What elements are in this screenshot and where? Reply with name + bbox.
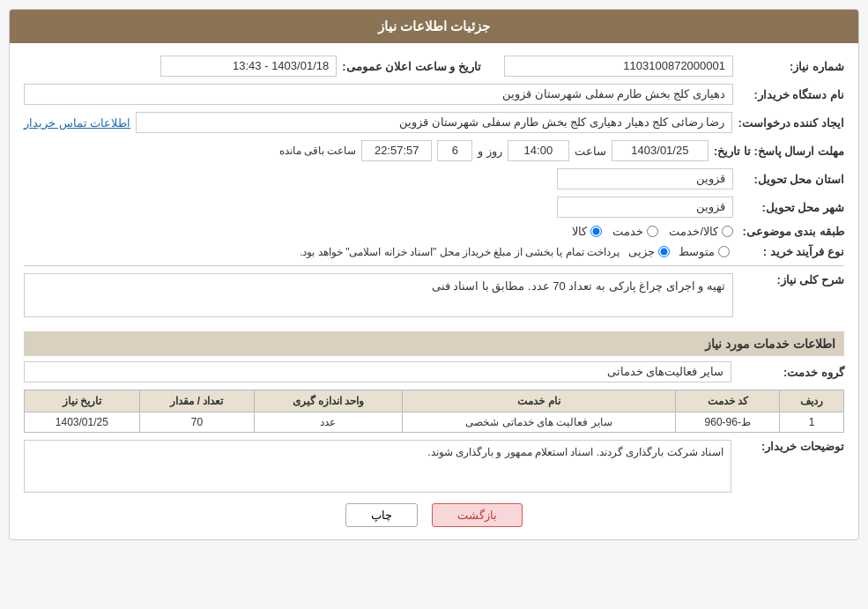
description-section-label: شرح کلی نیاز: <box>738 273 844 286</box>
process-note: پرداخت تمام یا بخشی از مبلغ خریداز محل "… <box>300 246 619 258</box>
category-label: طبقه بندی موضوعی: <box>738 225 844 238</box>
requester-value: رضا رضائی کلج دهیار دهیاری کلج بخش طارم … <box>136 112 732 133</box>
requester-label: ایجاد کننده درخواست: <box>738 116 844 130</box>
service-group-label: گروه خدمت: <box>738 366 844 379</box>
process-motavaset-option[interactable]: متوسط <box>679 245 730 258</box>
col-code: کد خدمت <box>676 390 780 412</box>
deadline-date: 1403/01/25 <box>612 140 708 161</box>
category-khadamat-option[interactable]: خدمت <box>612 225 658 238</box>
process-jozvi-label: جزیی <box>628 245 655 258</box>
announce-value: 1403/01/18 - 13:43 <box>160 56 337 77</box>
deadline-remaining: 22:57:57 <box>361 140 432 161</box>
deadline-days-label: روز و <box>478 145 502 158</box>
buyer-notes-value: اسناد شرکت بارگذاری گردند. اسناد استعلام… <box>24 440 731 493</box>
buyer-org-label: نام دستگاه خریدار: <box>738 88 844 101</box>
service-group-value: سایر فعالیت‌های خدماتی <box>24 361 731 382</box>
announce-label: تاریخ و ساعت اعلان عمومی: <box>342 60 481 73</box>
need-number-label: شماره نیاز: <box>738 60 844 73</box>
items-table: ردیف کد خدمت نام خدمت واحد اندازه گیری ت… <box>24 390 844 433</box>
category-kala-label: کالا <box>572 225 587 238</box>
province-label: استان محل تحویل: <box>738 173 844 186</box>
buttons-row: بازگشت چاپ <box>24 503 844 527</box>
category-khadamat-radio[interactable] <box>647 226 658 237</box>
deadline-time: 14:00 <box>508 140 569 161</box>
process-motavaset-label: متوسط <box>679 245 715 258</box>
cell-name: سایر فعالیت های خدماتی شخصی <box>402 412 676 433</box>
category-kala-khadamat-label: کالا/خدمت <box>669 225 718 238</box>
cell-quantity: 70 <box>139 412 255 433</box>
deadline-remaining-label: ساعت باقی مانده <box>279 145 357 157</box>
category-kala-khadamat-option[interactable]: کالا/خدمت <box>669 225 733 238</box>
category-kala-radio[interactable] <box>590 226 602 237</box>
cell-unit: عدد <box>255 412 402 433</box>
table-row: 1ط-96-960سایر فعالیت های خدماتی شخصیعدد7… <box>25 412 844 433</box>
need-number-value: 1103100872000001 <box>504 56 733 77</box>
page-title: جزئیات اطلاعات نیاز <box>10 10 858 43</box>
city-value: قزوین <box>557 197 733 218</box>
city-label: شهر محل تحویل: <box>738 201 844 214</box>
process-motavaset-radio[interactable] <box>718 246 730 257</box>
buyer-org-value: دهیاری کلج بخش طارم سفلی شهرستان قزوین <box>24 84 733 105</box>
category-kala-khadamat-radio[interactable] <box>722 226 733 237</box>
process-jozvi-option[interactable]: جزیی <box>628 245 670 258</box>
description-value: تهیه و اجرای چراغ پارکی به تعداد 70 عدد.… <box>24 273 733 317</box>
deadline-label: مهلت ارسال پاسخ: تا تاریخ: <box>714 145 844 158</box>
category-radio-group: کالا/خدمت خدمت کالا <box>572 225 733 238</box>
col-name: نام خدمت <box>402 390 676 412</box>
contact-link[interactable]: اطلاعات تماس خریدار <box>24 116 130 130</box>
cell-date: 1403/01/25 <box>25 412 140 433</box>
col-row: ردیف <box>780 390 844 412</box>
province-value: قزوین <box>557 168 733 189</box>
back-button[interactable]: بازگشت <box>432 503 523 527</box>
cell-code: ط-96-960 <box>676 412 780 433</box>
services-section-title: اطلاعات خدمات مورد نیاز <box>24 331 844 356</box>
deadline-time-label: ساعت <box>575 145 606 158</box>
print-button[interactable]: چاپ <box>345 503 418 527</box>
category-khadamat-label: خدمت <box>612 225 643 238</box>
col-date: تاریخ نیاز <box>25 390 140 412</box>
cell-row: 1 <box>780 412 844 433</box>
deadline-days: 6 <box>437 140 472 161</box>
col-unit: واحد اندازه گیری <box>255 390 402 412</box>
col-quantity: تعداد / مقدار <box>139 390 255 412</box>
process-jozvi-radio[interactable] <box>658 246 670 257</box>
category-kala-option[interactable]: کالا <box>572 225 602 238</box>
process-label: نوع فرآیند خرید : <box>738 245 844 258</box>
buyer-notes-label: توضیحات خریدار: <box>738 440 844 453</box>
